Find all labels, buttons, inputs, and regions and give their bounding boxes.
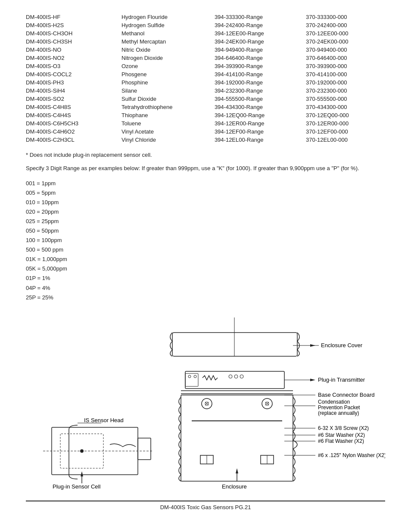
- code-item: 500 = 500 ppm: [26, 245, 385, 255]
- table-row: DM-400IS-NONitric Oxide394-949400-Range3…: [26, 46, 385, 54]
- code-item: 001 = 1ppm: [26, 179, 385, 188]
- codes-list: 001 = 1ppm005 = 5ppm010 = 10ppm020 = 20p…: [26, 179, 385, 302]
- table-row: DM-400IS-C4H4SThiophane394-12EQ00-Range3…: [26, 111, 385, 119]
- code-item: 25P = 25%: [26, 293, 385, 302]
- svg-point-9: [229, 375, 232, 378]
- table-row: DM-400IS-SiH4Silane394-232300-Range370-2…: [26, 87, 385, 95]
- code-item: 01P = 1%: [26, 274, 385, 283]
- code-item: 100 = 100ppm: [26, 236, 385, 245]
- diagram-svg: Enclosure Cover: [26, 311, 385, 496]
- nylon-washer-label: #6 x .125" Nylon Washer (X2): [318, 452, 385, 458]
- diagram-area: Enclosure Cover: [26, 311, 385, 496]
- table-row: DM-400IS-COCL2Phosgene394-414100-Range37…: [26, 70, 385, 78]
- base-connector-board-label: Base Connector Board: [318, 392, 375, 398]
- enclosure-label: Enclosure: [222, 483, 247, 490]
- table-row: DM-400IS-H2SHydrogen Sulfide394-242400-R…: [26, 21, 385, 29]
- plug-in-sensor-cell-label: Plug-in Sensor Cell: [53, 483, 100, 490]
- table-row: DM-400IS-SO2Sulfur Dioxide394-555500-Ran…: [26, 95, 385, 103]
- svg-point-8: [194, 375, 196, 378]
- star-washer-label: #6 Star Washer (X2): [318, 432, 365, 438]
- table-row: DM-400IS-C2H3CLVinyl Chloride394-12EL00-…: [26, 136, 385, 144]
- replace-label: (replace annually): [318, 410, 359, 416]
- svg-rect-5: [185, 371, 284, 389]
- flat-washer-label: #6 Flat Washer (X2): [318, 438, 364, 444]
- svg-rect-6: [185, 373, 198, 386]
- svg-rect-3: [172, 333, 297, 356]
- note-text: * Does not include plug-in replacement s…: [26, 152, 385, 158]
- code-item: 01K = 1,000ppm: [26, 255, 385, 264]
- page: DM-400IS-HFHydrogen Flouride394-333300-R…: [0, 0, 411, 532]
- table-row: DM-400IS-PH3Phosphine394-192000-Range370…: [26, 78, 385, 87]
- code-item: 04P = 4%: [26, 283, 385, 293]
- plug-in-transmitter-label: Plug-in Transmitter: [318, 376, 365, 383]
- screw-label: 6-32 X 3/8 Screw (X2): [318, 425, 369, 431]
- svg-marker-38: [236, 468, 238, 473]
- code-item: 05K = 5,000ppm: [26, 264, 385, 274]
- product-table: DM-400IS-HFHydrogen Flouride394-333300-R…: [26, 13, 385, 144]
- prevention-label: Prevention Packet: [318, 404, 360, 411]
- code-item: 025 = 25ppm: [26, 217, 385, 226]
- table-row: DM-400IS-O3Ozone394-393900-Range370-3939…: [26, 62, 385, 70]
- specify-text: Specify 3 Digit Range as per examples be…: [26, 164, 385, 173]
- table-row: DM-400IS-C4H8STetrahydrothiophene394-434…: [26, 103, 385, 111]
- code-item: 005 = 5ppm: [26, 188, 385, 198]
- footer: DM-400IS Toxic Gas Sensors PG.21: [26, 501, 385, 510]
- footer-text: DM-400IS Toxic Gas Sensors PG.21: [160, 504, 251, 510]
- svg-marker-2: [310, 344, 315, 347]
- code-item: 010 = 10ppm: [26, 198, 385, 207]
- svg-point-7: [188, 375, 191, 378]
- code-item: 050 = 50ppm: [26, 226, 385, 236]
- svg-point-10: [234, 375, 238, 378]
- svg-point-11: [240, 375, 243, 378]
- table-row: DM-400IS-NO2Nitrogen Dioxide394-646400-R…: [26, 54, 385, 62]
- svg-marker-46: [81, 471, 83, 476]
- table-row: DM-400IS-HFHydrogen Flouride394-333300-R…: [26, 13, 385, 21]
- is-sensor-head-label: IS Sensor Head: [84, 417, 124, 423]
- svg-marker-13: [310, 379, 315, 381]
- table-row: DM-400IS-CH3SHMethyl Mercaptan394-24EK00…: [26, 37, 385, 46]
- table-row: DM-400IS-C4H6O2Vinyl Acetate394-12EF00-R…: [26, 128, 385, 136]
- enclosure-cover-label: Enclosure Cover: [321, 342, 363, 348]
- table-row: DM-400IS-CH3OHMethanol394-12EE00-Range37…: [26, 29, 385, 37]
- code-item: 020 = 20ppm: [26, 207, 385, 217]
- condensation-label: Condensation: [318, 399, 350, 405]
- table-row: DM-400IS-C6H5CH3Toluene394-12ER00-Range3…: [26, 119, 385, 128]
- svg-rect-42: [138, 438, 151, 460]
